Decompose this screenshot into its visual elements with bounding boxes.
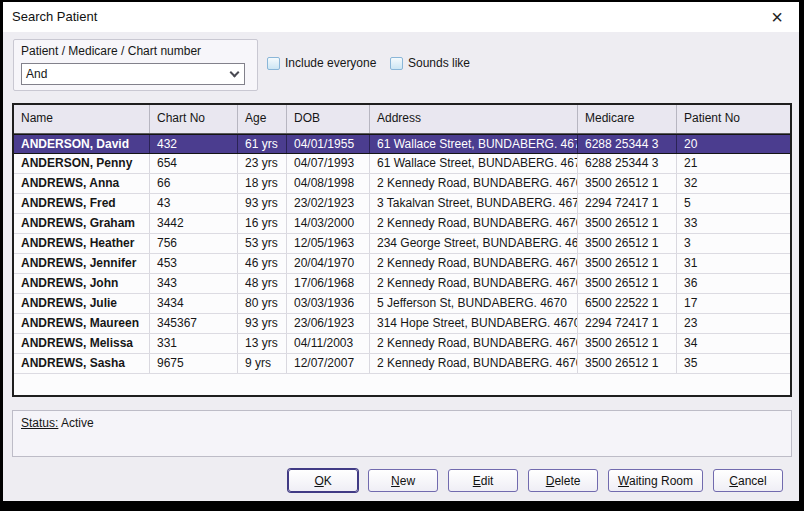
cell-dob: 04/01/1955	[287, 135, 370, 153]
ok-button[interactable]: OK	[288, 469, 358, 492]
column-header-chart-no[interactable]: Chart No	[150, 105, 238, 133]
include-everyone-checkbox[interactable]: Include everyone	[267, 55, 376, 71]
cancel-button[interactable]: Cancel	[713, 469, 783, 492]
table-row[interactable]: ANDREWS, Heather 756 53 yrs 12/05/1963 2…	[14, 234, 790, 254]
cell-address: 2 Kennedy Road, BUNDABERG. 4670	[370, 274, 578, 293]
table-row[interactable]: ANDREWS, Melissa 331 13 yrs 04/11/2003 2…	[14, 334, 790, 354]
cell-patient-no: 34	[677, 334, 790, 353]
cell-name: ANDREWS, Graham	[14, 214, 150, 233]
delete-button[interactable]: Delete	[528, 469, 598, 492]
cell-chart-no: 432	[150, 135, 238, 153]
cell-name: ANDREWS, John	[14, 274, 150, 293]
cell-patient-no: 32	[677, 174, 790, 193]
cell-name: ANDREWS, Heather	[14, 234, 150, 253]
cell-chart-no: 9675	[150, 354, 238, 373]
cell-chart-no: 3442	[150, 214, 238, 233]
waiting-room-button[interactable]: Waiting Room	[608, 469, 703, 492]
cell-dob: 04/11/2003	[287, 334, 370, 353]
cell-address: 5 Jefferson St, BUNDABERG. 4670	[370, 294, 578, 313]
cell-patient-no: 31	[677, 254, 790, 273]
patient-results-table: Name Chart No Age DOB Address Medicare P…	[12, 103, 792, 397]
cell-chart-no: 756	[150, 234, 238, 253]
table-row[interactable]: ANDERSON, David 432 61 yrs 04/01/1955 61…	[14, 134, 790, 154]
cell-address: 2 Kennedy Road, BUNDABERG. 4670	[370, 254, 578, 273]
cell-chart-no: 343	[150, 274, 238, 293]
sounds-like-checkbox[interactable]: Sounds like	[390, 55, 470, 71]
filter-group-label: Patient / Medicare / Chart number	[21, 44, 201, 58]
table-row[interactable]: ANDREWS, Anna 66 18 yrs 04/08/1998 2 Ken…	[14, 174, 790, 194]
column-header-address[interactable]: Address	[370, 105, 578, 133]
cell-chart-no: 331	[150, 334, 238, 353]
cell-name: ANDREWS, Melissa	[14, 334, 150, 353]
table-row[interactable]: ANDREWS, Sasha 9675 9 yrs 12/07/2007 2 K…	[14, 354, 790, 374]
table-row[interactable]: ANDREWS, Maureen 345367 93 yrs 23/06/192…	[14, 314, 790, 334]
edit-button[interactable]: Edit	[448, 469, 518, 492]
cell-medicare: 2294 72417 1	[578, 194, 677, 213]
cell-age: 16 yrs	[238, 214, 287, 233]
cell-address: 234 George Street, BUNDABERG. 4670	[370, 234, 578, 253]
table-row[interactable]: ANDREWS, Graham 3442 16 yrs 14/03/2000 2…	[14, 214, 790, 234]
cell-medicare: 3500 26512 1	[578, 354, 677, 373]
status-panel: Status: Active	[12, 410, 792, 457]
title-bar: Search Patient ×	[3, 2, 799, 32]
cell-patient-no: 17	[677, 294, 790, 313]
table-row[interactable]: ANDREWS, Fred 43 93 yrs 23/02/1923 3 Tak…	[14, 194, 790, 214]
cell-medicare: 3500 26512 1	[578, 174, 677, 193]
cell-medicare: 3500 26512 1	[578, 254, 677, 273]
cell-address: 2 Kennedy Road, BUNDABERG. 4670	[370, 214, 578, 233]
cell-age: 61 yrs	[238, 135, 287, 153]
column-header-name[interactable]: Name	[14, 105, 150, 133]
table-row[interactable]: ANDREWS, John 343 48 yrs 17/06/1968 2 Ke…	[14, 274, 790, 294]
cell-patient-no: 3	[677, 234, 790, 253]
cell-dob: 04/07/1993	[287, 154, 370, 173]
checkbox-icon[interactable]	[267, 57, 280, 70]
cell-name: ANDREWS, Fred	[14, 194, 150, 213]
cell-chart-no: 453	[150, 254, 238, 273]
cell-name: ANDREWS, Jennifer	[14, 254, 150, 273]
column-header-medicare[interactable]: Medicare	[578, 105, 677, 133]
cell-age: 13 yrs	[238, 334, 287, 353]
cell-name: ANDERSON, David	[14, 135, 150, 153]
cell-address: 2 Kennedy Road, BUNDABERG. 4670	[370, 354, 578, 373]
cell-patient-no: 21	[677, 154, 790, 173]
cell-dob: 23/06/1923	[287, 314, 370, 333]
cell-dob: 12/07/2007	[287, 354, 370, 373]
cell-address: 61 Wallace Street, BUNDABERG. 4670	[370, 135, 578, 153]
cell-age: 18 yrs	[238, 174, 287, 193]
table-header-row: Name Chart No Age DOB Address Medicare P…	[14, 105, 790, 134]
cell-patient-no: 23	[677, 314, 790, 333]
cell-dob: 20/04/1970	[287, 254, 370, 273]
cell-medicare: 6288 25344 3	[578, 135, 677, 153]
cell-address: 2 Kennedy Road, BUNDABERG. 4670	[370, 334, 578, 353]
status-label: Status:	[21, 416, 58, 430]
cell-address: 61 Wallace Street, BUNDABERG. 4670	[370, 154, 578, 173]
cell-age: 46 yrs	[238, 254, 287, 273]
cell-age: 9 yrs	[238, 354, 287, 373]
cell-age: 23 yrs	[238, 154, 287, 173]
cell-age: 80 yrs	[238, 294, 287, 313]
new-button[interactable]: New	[368, 469, 438, 492]
search-filter-groupbox: Patient / Medicare / Chart number And	[13, 39, 258, 91]
cell-patient-no: 35	[677, 354, 790, 373]
column-header-dob[interactable]: DOB	[287, 105, 370, 133]
chevron-down-icon[interactable]	[224, 64, 244, 84]
cell-patient-no: 20	[677, 135, 790, 153]
search-patient-dialog: Search Patient × Patient / Medicare / Ch…	[0, 0, 804, 511]
checkbox-icon[interactable]	[390, 57, 403, 70]
cell-chart-no: 3434	[150, 294, 238, 313]
close-icon[interactable]: ×	[763, 3, 791, 31]
table-row[interactable]: ANDREWS, Julie 3434 80 yrs 03/03/1936 5 …	[14, 294, 790, 314]
cell-age: 93 yrs	[238, 314, 287, 333]
column-header-patient-no[interactable]: Patient No	[677, 105, 790, 133]
cell-patient-no: 5	[677, 194, 790, 213]
cell-address: 2 Kennedy Road, BUNDABERG. 4670	[370, 174, 578, 193]
table-row[interactable]: ANDERSON, Penny 654 23 yrs 04/07/1993 61…	[14, 154, 790, 174]
search-mode-combobox[interactable]: And	[21, 63, 245, 85]
cell-age: 48 yrs	[238, 274, 287, 293]
table-row[interactable]: ANDREWS, Jennifer 453 46 yrs 20/04/1970 …	[14, 254, 790, 274]
status-value: Active	[61, 416, 94, 430]
cell-dob: 12/05/1963	[287, 234, 370, 253]
cell-dob: 14/03/2000	[287, 214, 370, 233]
dialog-button-row: OK New Edit Delete Waiting Room Cancel	[288, 469, 783, 492]
column-header-age[interactable]: Age	[238, 105, 287, 133]
